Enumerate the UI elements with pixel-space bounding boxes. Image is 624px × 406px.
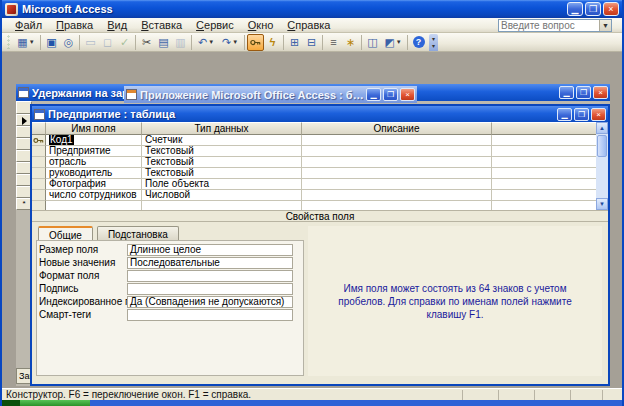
- database-window-titlebar[interactable]: Приложение Microsoft Office Access : баз…: [124, 86, 417, 103]
- field-desc-cell[interactable]: [302, 157, 492, 168]
- delete-rows-button[interactable]: ⊟: [303, 34, 320, 51]
- copy-button[interactable]: ▤: [155, 34, 172, 51]
- designer-close-button[interactable]: ×: [591, 108, 606, 121]
- scrollbar-thumb[interactable]: [597, 135, 607, 157]
- paste-button[interactable]: ▥: [172, 34, 189, 51]
- menu-tools[interactable]: Сервис: [189, 18, 241, 32]
- question-dropdown-icon[interactable]: ▼: [599, 20, 611, 31]
- database-window-button[interactable]: ◫: [364, 34, 381, 51]
- designer-minimize-button[interactable]: ▁: [557, 108, 572, 121]
- tab-lookup[interactable]: Подстановка: [97, 226, 179, 241]
- field-name-cell[interactable]: Предприятие: [46, 146, 142, 157]
- field-row[interactable]: Код1 Счетчик: [32, 135, 608, 146]
- field-type-cell[interactable]: Поле объекта: [142, 179, 302, 190]
- grid-corner: [32, 122, 46, 135]
- back-close-button[interactable]: ×: [593, 86, 608, 99]
- designer-restore-button[interactable]: ❒: [574, 108, 589, 121]
- field-name-cell[interactable]: Фотография: [46, 179, 142, 190]
- field-type-cell[interactable]: Текстовый: [142, 157, 302, 168]
- tab-general[interactable]: Общие: [38, 226, 93, 241]
- property-value-field[interactable]: [127, 283, 293, 295]
- ask-question-input[interactable]: [499, 20, 599, 31]
- insert-rows-button[interactable]: ⊞: [286, 34, 303, 51]
- menu-edit[interactable]: Правка: [49, 18, 100, 32]
- redo-button[interactable]: ↷▼: [218, 34, 242, 51]
- field-desc-cell[interactable]: [302, 201, 492, 210]
- field-row-empty[interactable]: [32, 201, 608, 210]
- property-value-field[interactable]: Последовательные: [127, 257, 293, 269]
- property-value-field[interactable]: Длинное целое: [127, 244, 293, 256]
- new-object-button[interactable]: ◩▼: [381, 34, 405, 51]
- field-name-cell[interactable]: руководитель: [46, 168, 142, 179]
- undo-button[interactable]: ↶▼: [194, 34, 218, 51]
- file-search-button[interactable]: ◎: [60, 34, 77, 51]
- row-selector[interactable]: [32, 179, 46, 190]
- field-desc-cell[interactable]: [302, 146, 492, 157]
- field-name-cell[interactable]: Код1: [46, 135, 142, 146]
- db-minimize-button[interactable]: ▁: [366, 88, 381, 101]
- toolbar-grip-icon[interactable]: [7, 35, 11, 49]
- primary-key-button[interactable]: [247, 34, 264, 51]
- field-desc-cell[interactable]: [302, 168, 492, 179]
- field-type-cell[interactable]: Числовой: [142, 190, 302, 201]
- field-desc-cell[interactable]: [302, 190, 492, 201]
- scroll-up-icon[interactable]: ▲: [596, 122, 608, 134]
- view-button[interactable]: ▦▼: [14, 34, 38, 51]
- property-label: Размер поля: [39, 244, 127, 255]
- app-titlebar[interactable]: Microsoft Access ▁ ❒ ×: [2, 0, 622, 18]
- print-button[interactable]: ▭: [82, 34, 99, 51]
- property-value-field[interactable]: [127, 309, 293, 321]
- db-close-button[interactable]: ×: [400, 88, 415, 101]
- builder-button[interactable]: ∗: [342, 34, 359, 51]
- db-restore-button[interactable]: ❒: [383, 88, 398, 101]
- field-desc-cell[interactable]: [302, 179, 492, 190]
- field-name-cell[interactable]: число сотрудников: [46, 190, 142, 201]
- field-row[interactable]: Предприятие Текстовый: [32, 146, 608, 157]
- field-row[interactable]: число сотрудников Числовой: [32, 190, 608, 201]
- menu-help[interactable]: Справка: [280, 18, 337, 32]
- field-type-cell[interactable]: Текстовый: [142, 168, 302, 179]
- field-row[interactable]: руководитель Текстовый: [32, 168, 608, 179]
- back-restore-button[interactable]: ❒: [576, 86, 591, 99]
- field-desc-cell[interactable]: [302, 135, 492, 146]
- menu-view[interactable]: Вид: [100, 18, 134, 32]
- row-selector[interactable]: [32, 190, 46, 201]
- help-button[interactable]: ?: [410, 34, 427, 51]
- row-selector[interactable]: [32, 201, 46, 210]
- property-label: Смарт-теги: [39, 309, 127, 320]
- close-button[interactable]: ×: [603, 2, 619, 16]
- grid-vertical-scrollbar[interactable]: ▲ ▼: [596, 122, 608, 210]
- property-value-field[interactable]: Да (Совпадения не допускаются): [127, 296, 293, 308]
- ask-question-box[interactable]: ▼: [498, 19, 612, 32]
- field-type-cell[interactable]: Счетчик: [142, 135, 302, 146]
- save-button[interactable]: ▣: [43, 34, 60, 51]
- property-value-field[interactable]: [127, 270, 293, 282]
- row-selector[interactable]: [32, 157, 46, 168]
- cut-button[interactable]: ✂: [138, 34, 155, 51]
- taskbar-sliver[interactable]: [2, 400, 622, 406]
- back-minimize-button[interactable]: ▁: [559, 86, 574, 99]
- row-selector[interactable]: [32, 168, 46, 179]
- menu-file[interactable]: Файл: [8, 18, 49, 32]
- field-row[interactable]: Фотография Поле объекта: [32, 179, 608, 190]
- row-selector-primary-key[interactable]: [32, 135, 46, 146]
- spelling-button[interactable]: ✓: [116, 34, 133, 51]
- menu-window[interactable]: Окно: [241, 18, 281, 32]
- field-type-cell[interactable]: Текстовый: [142, 146, 302, 157]
- minimize-button[interactable]: ▁: [567, 2, 583, 16]
- field-type-cell[interactable]: [142, 201, 302, 210]
- start-button-sliver[interactable]: [20, 400, 90, 406]
- toolbar-options-button[interactable]: ▾▾: [429, 34, 438, 51]
- properties-button[interactable]: ≡: [325, 34, 342, 51]
- scrollbar-track[interactable]: [596, 158, 608, 198]
- field-name-cell[interactable]: [46, 201, 142, 210]
- menu-insert[interactable]: Вставка: [134, 18, 189, 32]
- indexes-button[interactable]: ϟ: [264, 34, 281, 51]
- field-row[interactable]: отрасль Текстовый: [32, 157, 608, 168]
- print-preview-button[interactable]: ◻: [99, 34, 116, 51]
- designer-titlebar[interactable]: Предприятие : таблица ▁ ❒ ×: [32, 106, 608, 122]
- row-selector[interactable]: [32, 146, 46, 157]
- scroll-down-icon[interactable]: ▼: [596, 198, 608, 210]
- field-name-cell[interactable]: отрасль: [46, 157, 142, 168]
- restore-button[interactable]: ❒: [585, 2, 601, 16]
